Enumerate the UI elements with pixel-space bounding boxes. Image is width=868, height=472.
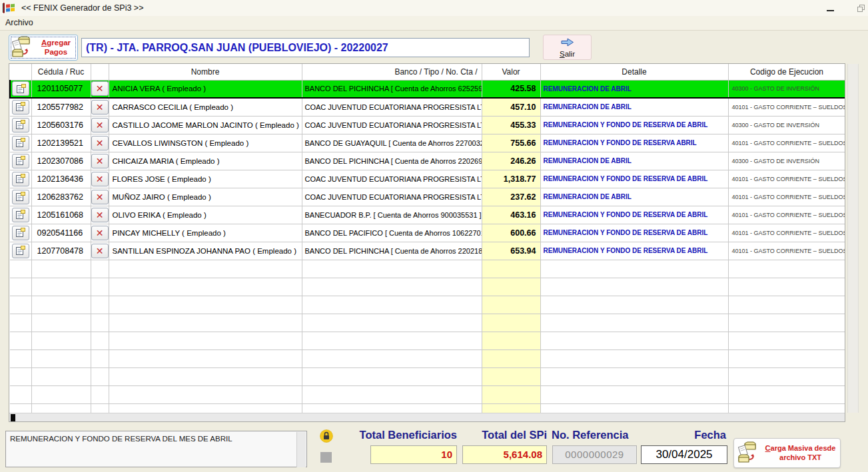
cedula-cell: 1206283762 [31, 188, 91, 206]
empty-cell [91, 296, 109, 314]
empty-cell [10, 278, 31, 296]
edit-row-button[interactable] [12, 190, 29, 204]
empty-cell [109, 350, 302, 367]
edit-row-button[interactable] [12, 226, 29, 240]
delete-row-button[interactable]: ✕ [91, 226, 109, 240]
empty-cell [302, 350, 482, 367]
banco-cell: COAC JUVENTUD ECUATORIANA PROGRESISTA LT… [302, 170, 482, 188]
empty-row [10, 260, 845, 278]
fecha-field[interactable]: 30/04/2025 [641, 445, 727, 464]
empty-cell [109, 367, 302, 385]
cedula-cell: 1202307086 [31, 152, 91, 170]
entity-title-field[interactable]: (TR) - JTA. PARROQ.SAN JUAN (PUEBLOVIEJO… [81, 38, 530, 57]
empty-cell [302, 367, 482, 385]
detalle-cell: REMUNERACION Y FONDO DE RESERVA DE ABRIL [540, 224, 728, 242]
table-row[interactable]: 1205577982✕CARRASCO CECILIA ( Empleado )… [10, 98, 845, 116]
delete-row-button[interactable]: ✕ [91, 208, 109, 222]
empty-row [10, 332, 845, 350]
vertical-scrollbar[interactable] [847, 64, 859, 413]
banco-cell: BANCO DEL PACIFICO [ Cuenta de Ahorros 1… [302, 224, 482, 242]
empty-cell [728, 367, 845, 385]
carga-label-line1: Carga Masiva desde [761, 444, 840, 453]
agregar-pagos-icon-slot [12, 36, 32, 60]
empty-cell [109, 385, 302, 403]
delete-row-button[interactable]: ✕ [91, 100, 109, 115]
empty-cell [109, 278, 302, 296]
edit-row-button[interactable] [12, 172, 29, 186]
empty-cell [482, 314, 540, 332]
banco-cell: COAC JUVENTUD ECUATORIANA PROGRESISTA LT… [302, 98, 482, 116]
memo-scrollbar[interactable] [296, 432, 306, 467]
empty-cell [482, 278, 540, 296]
table-row[interactable]: 1206283762✕MUÑOZ JAIRO ( Empleado )COAC … [10, 188, 845, 206]
table-row[interactable]: 1202307086✕CHICAIZA MARIA ( Empleado )BA… [10, 152, 845, 170]
horizontal-scrollbar-thumb[interactable] [11, 414, 15, 421]
nombre-cell: OLIVO ERIKA ( Empleado ) [109, 206, 302, 224]
exit-arrow-icon [561, 38, 574, 47]
table-row[interactable]: 1205603176✕CASTILLO JACOME MARLON JACINT… [10, 116, 845, 134]
delete-row-button[interactable]: ✕ [91, 136, 109, 150]
memo-text: REMUNERACION Y FONDO DE RESERVA DEL MES … [10, 435, 232, 443]
edit-cell [10, 188, 31, 206]
folders-arrow-icon [12, 36, 32, 57]
empty-cell [91, 367, 109, 385]
delete-row-button[interactable]: ✕ [91, 244, 109, 258]
red-x-icon: ✕ [96, 84, 104, 93]
empty-cell [91, 332, 109, 350]
nombre-cell: CASTILLO JACOME MARLON JACINTO ( Emplead… [109, 116, 302, 134]
menu-bar: Archivo [0, 16, 868, 31]
edit-row-icon [15, 156, 25, 166]
delete-row-button[interactable]: ✕ [91, 190, 109, 204]
restore-button[interactable] [855, 3, 867, 13]
table-row[interactable]: 1207708478✕SANTILLAN ESPINOZA JOHANNA PA… [10, 242, 845, 260]
empty-cell [31, 278, 91, 296]
empty-cell [109, 296, 302, 314]
delete-row-button[interactable]: ✕ [91, 118, 109, 132]
header-cedula: Cédula / Ruc [31, 64, 91, 80]
empty-cell [10, 367, 31, 385]
menu-archivo[interactable]: Archivo [0, 16, 39, 29]
lock-indicator[interactable] [320, 429, 333, 443]
edit-cell [10, 134, 31, 152]
title-bar: << FENIX Generador de SPi3 >> [0, 0, 868, 16]
salir-button[interactable]: Salir [543, 35, 592, 60]
table-row[interactable]: 1202139521✕CEVALLOS LIWINSGTON ( Emplead… [10, 134, 845, 152]
codigo-cell: 40101 - GASTO CORRIENTE – SUELDOS [728, 134, 845, 152]
table-row[interactable]: 1202136436✕FLORES JOSE ( Empleado )COAC … [10, 170, 845, 188]
empty-cell [91, 278, 109, 296]
edit-row-button[interactable] [12, 118, 29, 132]
edit-row-icon [15, 228, 25, 238]
delete-row-button[interactable]: ✕ [91, 154, 109, 168]
carga-masiva-button[interactable]: Carga Masiva desde archivo TXT [733, 438, 841, 468]
edit-row-button[interactable] [12, 154, 29, 168]
delete-cell: ✕ [91, 206, 109, 224]
delete-row-button[interactable]: ✕ [91, 81, 109, 96]
horizontal-scrollbar[interactable] [9, 413, 845, 421]
empty-cell [31, 367, 91, 385]
edit-row-button[interactable] [12, 208, 29, 222]
header-detalle: Detalle [540, 64, 728, 80]
nombre-cell: CARRASCO CECILIA ( Empleado ) [109, 98, 302, 116]
total-spi-value: 5,614.08 [462, 445, 547, 464]
detalle-cell: REMUNERACION Y FONDO DE RESERVA DE ABRIL [540, 242, 728, 260]
minimize-button[interactable] [824, 3, 836, 13]
edit-row-button[interactable] [12, 81, 29, 96]
table-row[interactable]: 0920541166✕PINCAY MICHELLY ( Empleado )B… [10, 224, 845, 242]
agregar-pagos-button[interactable]: Agregar Pagos [9, 35, 78, 61]
detalle-memo-field[interactable]: REMUNERACION Y FONDO DE RESERVA DEL MES … [5, 431, 307, 467]
empty-cell [10, 296, 31, 314]
edit-row-button[interactable] [12, 136, 29, 150]
edit-row-button[interactable] [12, 100, 29, 115]
edit-cell [10, 152, 31, 170]
detalle-cell: REMUNERACION Y FONDO DE RESERVA ABRIL [540, 134, 728, 152]
codigo-cell: 40101 - GASTO CORRIENTE – SUELDOS [728, 224, 845, 242]
table-row[interactable]: 1205161068✕OLIVO ERIKA ( Empleado )BANEC… [10, 206, 845, 224]
red-x-icon: ✕ [96, 103, 104, 112]
codigo-cell: 40101 - GASTO CORRIENTE – SUELDOS [728, 170, 845, 188]
delete-row-button[interactable]: ✕ [91, 172, 109, 186]
empty-cell [31, 260, 91, 278]
cedula-cell: 1202139521 [31, 134, 91, 152]
empty-cell [540, 350, 728, 367]
edit-row-button[interactable] [12, 244, 29, 258]
table-row[interactable]: 1201105077✕ANICIA VERA ( Empleado )BANCO… [10, 80, 845, 98]
